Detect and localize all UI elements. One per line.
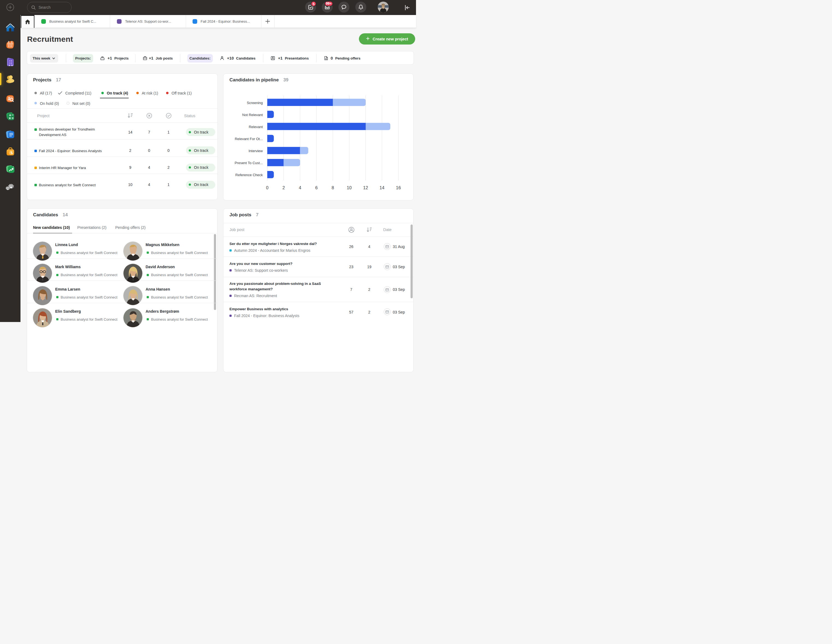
svg-text:Relevant: Relevant — [249, 125, 263, 129]
svg-text:Reference Check: Reference Check — [235, 173, 263, 177]
svg-text:16: 16 — [396, 185, 401, 190]
svg-text:8: 8 — [331, 185, 334, 190]
svg-text:Present To Cust...: Present To Cust... — [235, 161, 263, 165]
svg-text:4: 4 — [299, 185, 301, 190]
svg-text:Not Relevant: Not Relevant — [242, 113, 263, 117]
svg-text:Interview: Interview — [248, 149, 263, 153]
svg-text:Screening: Screening — [246, 101, 263, 105]
svg-text:10: 10 — [347, 185, 352, 190]
svg-text:Relevant For Ot...: Relevant For Ot... — [235, 137, 263, 141]
svg-text:12: 12 — [363, 185, 368, 190]
svg-text:0: 0 — [266, 185, 269, 190]
svg-text:14: 14 — [380, 185, 385, 190]
svg-text:6: 6 — [315, 185, 318, 190]
svg-text:2: 2 — [282, 185, 285, 190]
